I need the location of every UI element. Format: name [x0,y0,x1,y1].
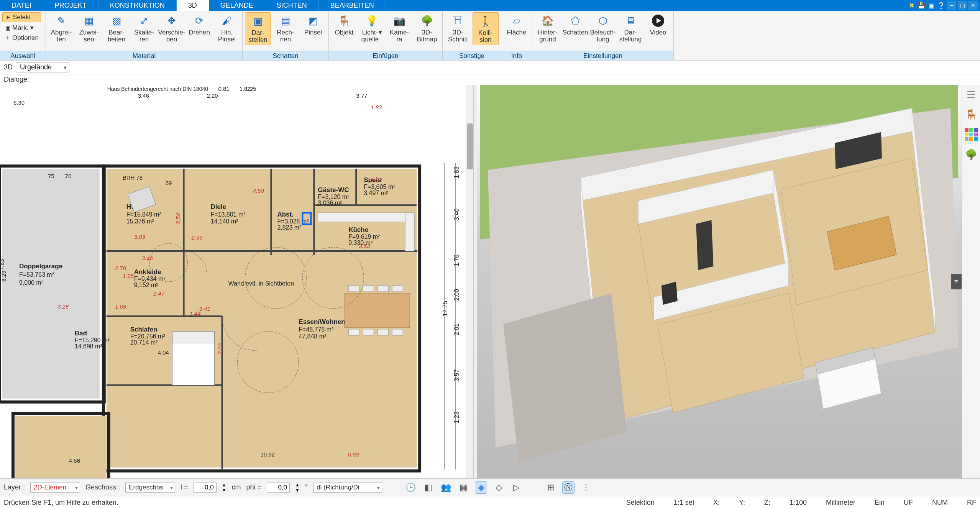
kollision-button[interactable]: 🚶Kolli- sion [473,12,499,45]
svg-marker-131 [696,220,713,270]
darstellung-button[interactable]: 🖥Dar- stellung [617,12,643,44]
video-button[interactable]: Video [645,12,671,44]
diamond-icon[interactable]: ◆ [475,481,487,494]
svg-text:1.83: 1.83 [453,166,460,178]
length-input[interactable] [194,483,217,493]
hintergrund-button[interactable]: 🏠Hinter- grund [535,12,561,44]
svg-text:2.78: 2.78 [115,265,126,271]
svg-text:3.28: 3.28 [57,303,69,310]
status-z: Z: [764,499,770,507]
splitter[interactable] [474,85,477,478]
svg-rect-55 [378,286,388,292]
ribbon: ➤Selekt ▣Mark. ▾ ＋Optionen Auswahl ✎Abgr… [0,11,980,61]
svg-text:F=15,290 m²: F=15,290 m² [75,337,110,343]
objekt-button[interactable]: 🪑Objekt [331,12,357,44]
svg-text:4.58: 4.58 [69,457,80,464]
display-icon: 🖥 [624,14,637,28]
area-icon: ▱ [510,14,524,28]
tool2-icon[interactable]: 👥 [440,481,452,494]
triangle-icon[interactable]: ▷ [510,481,522,494]
svg-text:BRH 78: BRH 78 [123,174,143,181]
direction-selector[interactable]: dl (Richtung/Di [313,483,382,493]
darstellen-button[interactable]: ▣Dar- stellen [245,12,271,45]
menu-tab-projekt[interactable]: PROJEKT [43,0,98,11]
grid-snap-icon[interactable]: ⊞ [545,481,557,494]
menu-tab-gelaende[interactable]: GELÄNDE [209,0,265,11]
window-icon[interactable]: ▣ [927,1,936,10]
svg-text:2.01: 2.01 [453,323,460,335]
clock-icon[interactable]: 🕒 [404,481,417,494]
side-panel-toggle[interactable]: ≡ [951,274,962,289]
drehen-button[interactable]: ⟳Drehen [186,12,212,44]
status-uf: UF [904,499,913,507]
3d-bitmap-button[interactable]: 🌳3D- Bitmap [414,12,440,44]
snap-n-icon[interactable]: Ⓝ [562,481,575,494]
more-icon[interactable]: ⋮ [580,481,592,494]
status-ein: Ein [875,499,885,507]
3d-schnitt-button[interactable]: ⛩3D- Schnitt [445,12,471,44]
svg-text:69: 69 [166,180,172,186]
svg-rect-53 [348,286,359,292]
svg-rect-63 [318,213,414,222]
floorplan-canvas[interactable]: Doppelgarage F=53,763 m² 9,000 m² 6.29 [0,85,473,478]
close-button[interactable]: ✕ [969,1,978,10]
group-title: Info [501,51,532,60]
schatten-button[interactable]: ⬠Schatten [562,12,588,44]
shadow-icon: ⬠ [568,14,582,28]
svg-text:20,714 m²: 20,714 m² [130,339,158,346]
material-swatches-icon[interactable] [965,128,978,141]
rotate-icon: ⟳ [192,14,206,28]
room-label: Doppelgarage [19,263,62,270]
mark-button[interactable]: ▣Mark. ▾ [2,23,41,33]
minimize-button[interactable]: ─ [947,1,956,10]
svg-text:14,698 m²: 14,698 m² [75,343,103,350]
layer-combo[interactable]: Urgelände [16,62,69,72]
pane-2d[interactable]: Doppelgarage F=53,763 m² 9,000 m² 6.29 [0,85,474,478]
flaeche-button[interactable]: ▱Fläche [504,12,530,44]
rechnen-button[interactable]: ▤Rech- nen [272,12,299,44]
pane-3d[interactable]: ≡ [477,85,962,478]
svg-text:3,036 m²: 3,036 m² [318,200,342,206]
svg-rect-56 [392,286,403,292]
tool1-icon[interactable]: ◧ [422,481,434,494]
zuweisen-button[interactable]: ▦Zuwei- sen [76,12,102,44]
ribbon-group-auswahl: ➤Selekt ▣Mark. ▾ ＋Optionen Auswahl [0,11,46,60]
hinpinsel-button[interactable]: 🖌Hin. Pinsel [214,12,240,44]
tool-icon[interactable]: ✖ [907,1,916,10]
optionen-button[interactable]: ＋Optionen [2,33,41,43]
layer-selector[interactable]: 2D-Elemen [30,483,80,493]
beleuchtung-button[interactable]: ⬡Beleuch- tung [590,12,616,44]
svg-text:4.04: 4.04 [158,349,169,356]
bearbeiten-button[interactable]: ▧Bear- beiten [103,12,130,44]
lichtquelle-button[interactable]: 💡Licht- quelle ▾ [359,12,385,44]
abgreifen-button[interactable]: ✎Abgrei- fen [48,12,74,44]
pinsel-button[interactable]: ◩Pinsel [300,12,326,44]
3d-canvas[interactable] [477,85,962,478]
verschieben-button[interactable]: ✥Verschie- ben [159,12,185,44]
tree-library-icon[interactable]: 🌳 [965,148,978,161]
vertical-scrollbar[interactable] [466,85,473,478]
menu-tab-bearbeiten[interactable]: BEARBEITEN [319,0,386,11]
phi-input[interactable] [267,483,290,493]
length-label: l = [181,483,188,491]
kamera-button[interactable]: 📷Kame- ra [386,12,412,44]
selekt-button[interactable]: ➤Selekt [2,12,41,22]
menu-tab-konstruktion[interactable]: KONSTRUKTION [98,0,177,11]
geschoss-selector[interactable]: Erdgeschos [125,483,175,493]
maximize-button[interactable]: ▢ [958,1,967,10]
layers-icon[interactable]: ☰ [965,88,978,101]
svg-text:F=3,605 m²: F=3,605 m² [364,184,396,190]
menu-tab-datei[interactable]: DATEI [0,0,43,11]
tool3-icon[interactable]: ▦ [457,481,469,494]
ribbon-group-sonstige: ⛩3D- Schnitt 🚶Kolli- sion Sonstige [443,11,501,60]
menu-tab-3d[interactable]: 3D [177,0,209,11]
svg-text:Diele: Diele [211,203,227,210]
chair-selector-icon[interactable]: 🪑 [965,108,978,121]
svg-rect-59 [378,329,388,335]
svg-rect-62 [172,332,215,343]
layer-stack-icon[interactable]: ◇ [492,481,505,494]
skalieren-button[interactable]: ⤢Skalie- ren [131,12,157,44]
save-icon[interactable]: 💾 [917,1,926,10]
help-icon[interactable]: ❔ [937,1,946,10]
menu-tab-sichten[interactable]: SICHTEN [265,0,319,11]
